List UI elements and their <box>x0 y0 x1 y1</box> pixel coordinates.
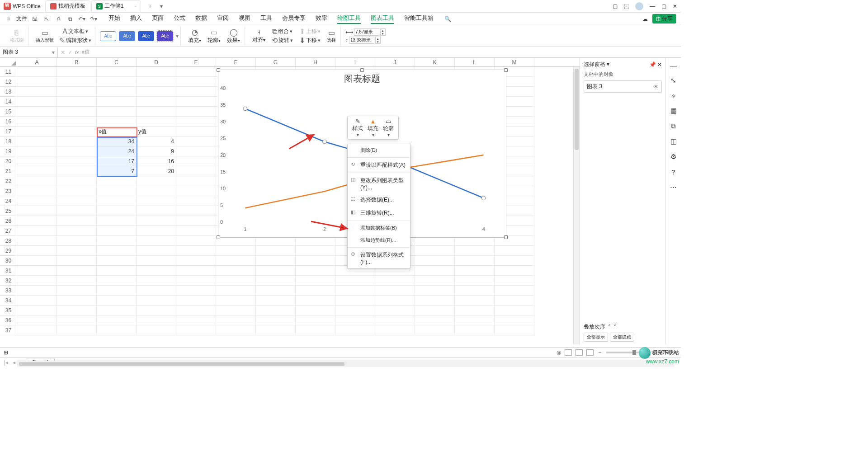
cell-K33[interactable] <box>415 286 455 296</box>
cell-E16[interactable] <box>176 117 216 127</box>
select-tool-icon[interactable]: ⤡ <box>670 76 676 85</box>
width-spinner[interactable]: ▴▾ <box>380 28 386 36</box>
cell-G30[interactable] <box>256 256 296 266</box>
resize-handle-sw[interactable] <box>217 235 220 239</box>
cell-B36[interactable] <box>57 315 97 325</box>
cell-D11[interactable] <box>137 67 176 77</box>
shape-style-4[interactable]: Abc <box>157 31 173 41</box>
select-button[interactable]: ▭选择 <box>324 28 339 43</box>
row-header-32[interactable]: 32 <box>0 276 17 286</box>
pin-icon[interactable]: 📌 <box>649 61 656 68</box>
cell-D20[interactable]: 16 <box>137 156 176 166</box>
cell-A13[interactable] <box>17 87 57 97</box>
cell-E35[interactable] <box>176 306 216 315</box>
row-header-11[interactable]: 11 <box>0 67 17 77</box>
style-tool-icon[interactable]: ⟐ <box>671 92 675 99</box>
menu-图表工具[interactable]: 图表工具 <box>371 14 394 24</box>
menu-会员专享[interactable]: 会员专享 <box>282 14 306 24</box>
reader-icon[interactable]: ▢ <box>613 3 618 9</box>
cell-D14[interactable] <box>137 97 176 107</box>
cell-H32[interactable] <box>296 276 335 286</box>
close-pane-icon[interactable]: ✕ <box>657 61 662 68</box>
row-header-23[interactable]: 23 <box>0 186 17 196</box>
layout-tool-icon[interactable]: ▦ <box>670 107 677 115</box>
col-header-B[interactable]: B <box>57 58 97 66</box>
mini-style-button[interactable]: ✎样式▾ <box>350 118 365 138</box>
gallery-more-icon[interactable]: ▾ <box>176 33 179 39</box>
pane-item-chart3[interactable]: 图表 3 👁 <box>584 80 662 93</box>
cell-M37[interactable] <box>495 325 534 335</box>
cell-A14[interactable] <box>17 97 57 107</box>
cell-F32[interactable] <box>216 276 256 286</box>
row-header-18[interactable]: 18 <box>0 136 17 146</box>
cell-F34[interactable] <box>216 296 256 306</box>
cell-D34[interactable] <box>137 296 176 306</box>
group-button[interactable]: ⧉组合▾ <box>269 28 296 36</box>
view-normal-icon[interactable] <box>565 349 572 356</box>
cell-I33[interactable] <box>335 286 375 296</box>
cell-B37[interactable] <box>57 325 97 335</box>
cell-C29[interactable] <box>97 246 137 256</box>
cell-M29[interactable] <box>495 246 534 256</box>
row-header-37[interactable]: 37 <box>0 325 17 335</box>
new-tab-button[interactable]: ＋ <box>146 2 155 10</box>
cell-E17[interactable] <box>176 127 216 136</box>
cell-J36[interactable] <box>375 315 415 325</box>
cell-G31[interactable] <box>256 266 296 276</box>
cell-C13[interactable] <box>97 87 137 97</box>
cell-G37[interactable] <box>256 325 296 335</box>
save-icon[interactable]: 🖫 <box>31 16 39 22</box>
cell-A12[interactable] <box>17 77 57 87</box>
cell-K36[interactable] <box>415 315 455 325</box>
insert-shape-button[interactable]: ▭插入形状 <box>33 28 57 43</box>
cell-B26[interactable] <box>57 216 97 226</box>
shape-style-2[interactable]: Abc <box>119 31 135 41</box>
cell-C23[interactable] <box>97 186 137 196</box>
cell-B17[interactable] <box>57 127 97 136</box>
tab-workbook[interactable]: S 工作簿1 · <box>91 0 141 12</box>
cell-H36[interactable] <box>296 315 335 325</box>
row-header-17[interactable]: 17 <box>0 127 17 136</box>
ctx-delete[interactable]: 删除(D) <box>348 144 410 156</box>
cell-E22[interactable] <box>176 176 216 186</box>
cell-B34[interactable] <box>57 296 97 306</box>
cell-B30[interactable] <box>57 256 97 266</box>
cell-A18[interactable] <box>17 136 57 146</box>
cell-C35[interactable] <box>97 306 137 315</box>
cell-A27[interactable] <box>17 226 57 236</box>
cell-E33[interactable] <box>176 286 216 296</box>
cell-A11[interactable] <box>17 67 57 77</box>
row-header-13[interactable]: 13 <box>0 87 17 97</box>
print-preview-icon[interactable]: ⧉ <box>66 16 74 22</box>
mini-outline-button[interactable]: ▭轮廓▾ <box>381 118 396 138</box>
row-header-14[interactable]: 14 <box>0 97 17 107</box>
ctx-add-data-labels[interactable]: 添加数据标签(B) <box>348 222 410 234</box>
col-header-E[interactable]: E <box>176 58 216 66</box>
menu-开始[interactable]: 开始 <box>108 14 120 24</box>
cell-E23[interactable] <box>176 186 216 196</box>
cell-C12[interactable] <box>97 77 137 87</box>
resize-handle-nw[interactable] <box>217 68 220 72</box>
cell-A23[interactable] <box>17 186 57 196</box>
cell-H34[interactable] <box>296 296 335 306</box>
cell-K31[interactable] <box>415 266 455 276</box>
undo-icon[interactable]: ↶▾ <box>78 16 86 22</box>
cell-D27[interactable] <box>137 226 176 236</box>
fill-button[interactable]: ◔填充▾ <box>185 28 204 44</box>
cell-A37[interactable] <box>17 325 57 335</box>
cell-A19[interactable] <box>17 146 57 156</box>
cell-B12[interactable] <box>57 77 97 87</box>
cell-E24[interactable] <box>176 196 216 206</box>
cell-C15[interactable] <box>97 107 137 117</box>
cell-I34[interactable] <box>335 296 375 306</box>
cell-D22[interactable] <box>137 176 176 186</box>
cell-C30[interactable] <box>97 256 137 266</box>
row-header-28[interactable]: 28 <box>0 236 17 246</box>
cell-C28[interactable] <box>97 236 137 246</box>
cell-D36[interactable] <box>137 315 176 325</box>
fx-icon[interactable]: fx <box>75 50 79 55</box>
col-header-L[interactable]: L <box>455 58 495 66</box>
cell-A36[interactable] <box>17 315 57 325</box>
export-icon[interactable]: ⇱ <box>42 16 51 22</box>
cell-A25[interactable] <box>17 206 57 216</box>
